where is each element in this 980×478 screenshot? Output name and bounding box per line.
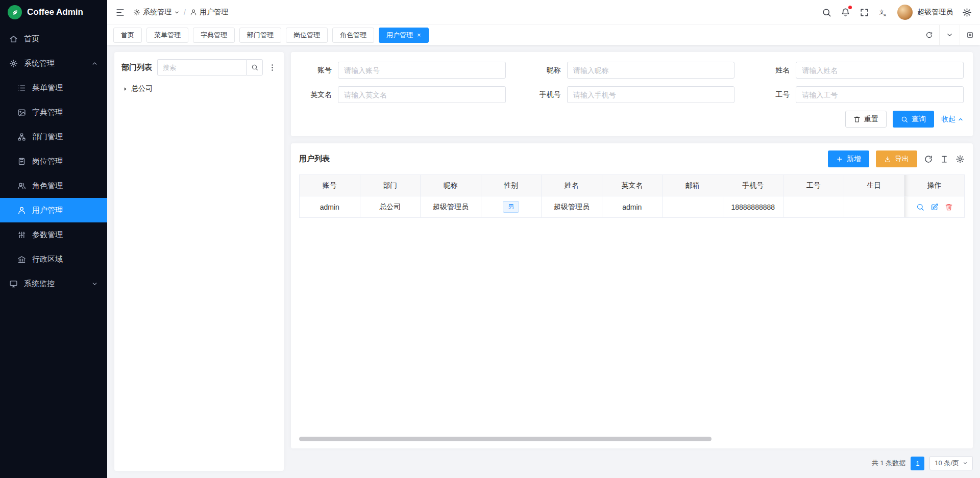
tab-role-mgmt[interactable]: 角色管理 bbox=[332, 28, 374, 43]
nickname-input[interactable] bbox=[567, 62, 735, 79]
name-input[interactable] bbox=[796, 62, 964, 79]
tab-dept-mgmt[interactable]: 部门管理 bbox=[239, 28, 281, 43]
tabbar: 首页 菜单管理 字典管理 部门管理 岗位管理 角色管理 用户管理 × bbox=[107, 24, 980, 45]
query-label: 查询 bbox=[912, 115, 926, 124]
tab-dict-mgmt[interactable]: 字典管理 bbox=[193, 28, 235, 43]
tab-home[interactable]: 首页 bbox=[113, 28, 142, 43]
user-menu[interactable]: 超级管理员 bbox=[897, 5, 953, 20]
more-vertical-icon[interactable] bbox=[268, 63, 277, 72]
badge-icon bbox=[17, 157, 26, 166]
tab-menu-mgmt[interactable]: 菜单管理 bbox=[146, 28, 188, 43]
form-field-name: 姓名 bbox=[758, 62, 964, 79]
user-list-header: 用户列表 新增 导出 bbox=[299, 150, 965, 167]
field-label: 姓名 bbox=[758, 66, 796, 75]
sidebar-item-param-mgmt[interactable]: 参数管理 bbox=[0, 222, 107, 247]
app-logo[interactable]: Coffee Admin bbox=[0, 0, 107, 24]
add-button[interactable]: 新增 bbox=[828, 150, 869, 167]
tab-label: 首页 bbox=[121, 31, 134, 40]
caret-right-icon bbox=[122, 86, 128, 92]
sidebar-item-region[interactable]: 行政区域 bbox=[0, 247, 107, 271]
tab-label: 用户管理 bbox=[386, 31, 413, 40]
pagination: 共 1 条数据 1 10 条/页 bbox=[291, 456, 973, 471]
account-input[interactable] bbox=[338, 62, 506, 79]
org-chart-icon bbox=[17, 133, 26, 141]
menu-label: 行政区域 bbox=[32, 255, 63, 264]
horizontal-scrollbar-thumb[interactable] bbox=[299, 437, 712, 441]
column-header-account: 账号 bbox=[300, 175, 360, 196]
fullscreen-icon[interactable] bbox=[860, 8, 869, 17]
edit-icon[interactable] bbox=[930, 203, 939, 211]
collapse-filters-link[interactable]: 收起 bbox=[941, 115, 964, 124]
phone-input[interactable] bbox=[567, 86, 735, 103]
settings-gear-icon[interactable] bbox=[962, 8, 972, 17]
chevron-down-icon bbox=[174, 10, 180, 15]
sidebar-item-monitor[interactable]: 系统监控 bbox=[0, 271, 107, 296]
cell-phone: 18888888888 bbox=[723, 196, 783, 218]
user-list-title: 用户列表 bbox=[299, 154, 330, 164]
field-label: 工号 bbox=[758, 90, 796, 99]
column-header-birthday: 生日 bbox=[844, 175, 904, 196]
menu-label: 菜单管理 bbox=[32, 83, 63, 93]
sidebar-item-dict-mgmt[interactable]: 字典管理 bbox=[0, 100, 107, 124]
cell-actions bbox=[904, 196, 965, 218]
content-fullscreen-icon[interactable] bbox=[960, 25, 980, 45]
main-area: 系统管理 / 用户管理 文A 超级管理员 首页 bbox=[107, 0, 980, 478]
page-size-select[interactable]: 10 条/页 bbox=[929, 456, 973, 470]
download-icon bbox=[884, 156, 891, 163]
sidebar-item-post-mgmt[interactable]: 岗位管理 bbox=[0, 149, 107, 173]
breadcrumb-parent-label: 系统管理 bbox=[143, 8, 172, 17]
department-panel: 部门列表 总公司 bbox=[114, 52, 284, 471]
tab-close-icon[interactable]: × bbox=[417, 32, 421, 38]
view-icon[interactable] bbox=[916, 203, 924, 211]
department-search-button[interactable] bbox=[246, 59, 263, 76]
work-id-input[interactable] bbox=[796, 86, 964, 103]
sidebar-item-dept-mgmt[interactable]: 部门管理 bbox=[0, 124, 107, 149]
home-icon bbox=[9, 35, 18, 43]
avatar bbox=[897, 5, 913, 20]
pagination-page-1[interactable]: 1 bbox=[911, 457, 924, 470]
column-header-actions: 操作 bbox=[904, 175, 965, 196]
export-button[interactable]: 导出 bbox=[876, 150, 917, 167]
tab-post-mgmt[interactable]: 岗位管理 bbox=[286, 28, 328, 43]
sidebar-item-system[interactable]: 系统管理 bbox=[0, 51, 107, 76]
cell-account: admin bbox=[300, 196, 360, 218]
export-label: 导出 bbox=[895, 155, 909, 164]
plus-icon bbox=[836, 156, 843, 163]
chevron-up-icon bbox=[91, 60, 98, 67]
menu-label: 首页 bbox=[24, 34, 39, 44]
refresh-page-icon[interactable] bbox=[919, 25, 939, 45]
column-settings-gear-icon[interactable] bbox=[955, 155, 965, 164]
query-button[interactable]: 查询 bbox=[893, 111, 934, 128]
department-search-input[interactable] bbox=[157, 59, 246, 76]
collapse-sidebar-icon[interactable] bbox=[115, 8, 125, 17]
cell-en-name: admin bbox=[602, 196, 663, 218]
reset-button[interactable]: 重置 bbox=[845, 111, 887, 128]
tab-user-mgmt[interactable]: 用户管理 × bbox=[379, 28, 429, 43]
breadcrumb-parent[interactable]: 系统管理 bbox=[133, 8, 180, 17]
delete-icon[interactable] bbox=[945, 203, 953, 211]
tree-node-root[interactable]: 总公司 bbox=[121, 83, 277, 95]
notification-bell-icon[interactable] bbox=[841, 8, 850, 17]
menu-label: 用户管理 bbox=[32, 206, 63, 215]
field-label: 昵称 bbox=[529, 66, 567, 75]
refresh-table-icon[interactable] bbox=[924, 155, 933, 164]
row-density-icon[interactable] bbox=[940, 155, 949, 164]
translate-icon[interactable]: 文A bbox=[878, 8, 888, 17]
field-label: 手机号 bbox=[529, 90, 567, 99]
column-header-name: 姓名 bbox=[542, 175, 602, 196]
sidebar-item-menu-mgmt[interactable]: 菜单管理 bbox=[0, 76, 107, 100]
sidebar-item-user-mgmt[interactable]: 用户管理 bbox=[0, 198, 107, 222]
svg-text:A: A bbox=[884, 13, 886, 17]
tab-options-chevron-icon[interactable] bbox=[939, 25, 960, 45]
trash-icon bbox=[853, 116, 861, 123]
topbar-actions: 文A 超级管理员 bbox=[822, 5, 972, 20]
sidebar-item-home[interactable]: 首页 bbox=[0, 27, 107, 51]
menu-label: 部门管理 bbox=[32, 132, 63, 142]
chevron-down-icon bbox=[963, 461, 968, 466]
topbar: 系统管理 / 用户管理 文A 超级管理员 bbox=[107, 0, 980, 24]
form-field-en-name: 英文名 bbox=[300, 86, 506, 103]
sidebar-item-role-mgmt[interactable]: 角色管理 bbox=[0, 173, 107, 198]
en-name-input[interactable] bbox=[338, 86, 506, 103]
search-icon[interactable] bbox=[822, 8, 831, 17]
field-label: 账号 bbox=[300, 66, 338, 75]
